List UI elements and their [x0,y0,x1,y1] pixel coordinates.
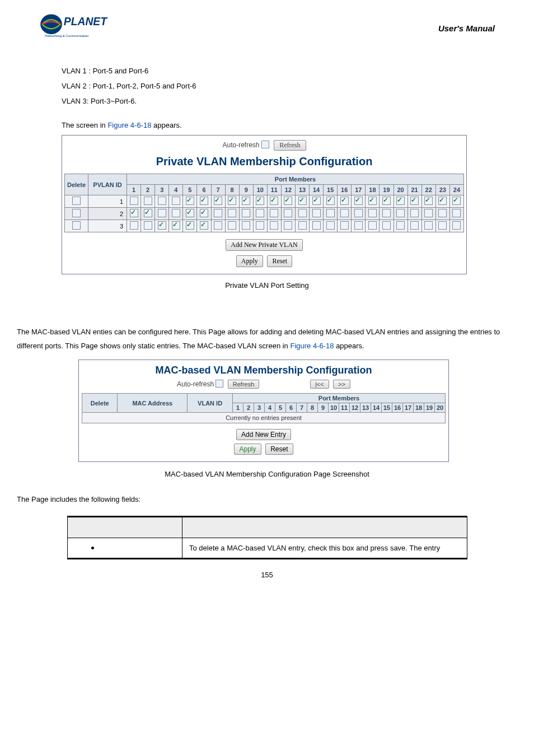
port-checkbox[interactable] [312,209,321,217]
port-checkbox[interactable] [158,209,166,217]
port-checkbox[interactable] [326,221,335,230]
port-checkbox[interactable] [396,221,405,230]
mac-port-header-cell: 1 [233,403,243,413]
port-checkbox[interactable] [368,221,377,230]
add-pvlan-button[interactable]: Add New Private VLAN [226,239,302,251]
port-checkbox[interactable] [424,221,433,230]
pvlan-port-header-cell: 5 [183,185,197,195]
port-checkbox[interactable] [242,221,250,230]
port-checkbox[interactable] [312,197,321,205]
pvlan-port-cell [141,195,155,208]
port-checkbox[interactable] [396,209,405,217]
port-checkbox[interactable] [382,209,391,217]
pvlan-port-cell [310,195,324,208]
port-checkbox[interactable] [256,209,264,217]
port-checkbox[interactable] [144,221,152,230]
mac-port-header-cell: 4 [265,403,275,413]
port-checkbox[interactable] [298,221,307,230]
pvlan-col-portmembers: Port Members [127,174,464,185]
pvlan-port-header-cell: 23 [435,185,449,195]
port-checkbox[interactable] [130,197,138,205]
pvlan-port-header-cell: 18 [366,185,380,195]
port-checkbox[interactable] [424,197,433,205]
reset-button[interactable]: Reset [267,255,292,267]
port-checkbox[interactable] [298,209,307,217]
port-checkbox[interactable] [200,197,208,205]
port-checkbox[interactable] [340,221,349,230]
port-checkbox[interactable] [326,209,335,217]
port-checkbox[interactable] [228,209,236,217]
port-checkbox[interactable] [452,221,461,230]
port-checkbox[interactable] [144,197,152,205]
port-checkbox[interactable] [438,197,447,205]
figure-ref-link[interactable]: Figure 4-6-18 [107,121,151,129]
port-checkbox[interactable] [354,197,363,205]
port-checkbox[interactable] [382,197,391,205]
nav-next-button[interactable]: >> [333,380,350,389]
port-checkbox[interactable] [354,209,363,217]
port-checkbox[interactable] [340,197,349,205]
port-checkbox[interactable] [172,197,180,205]
port-checkbox[interactable] [382,221,391,230]
port-checkbox[interactable] [424,209,433,217]
port-checkbox[interactable] [368,197,377,205]
port-checkbox[interactable] [410,221,419,230]
port-checkbox[interactable] [452,197,461,205]
port-checkbox[interactable] [256,197,264,205]
port-checkbox[interactable] [186,221,194,230]
port-checkbox[interactable] [144,209,152,217]
mac-apply-button[interactable]: Apply [234,444,261,455]
port-checkbox[interactable] [270,209,278,217]
port-checkbox[interactable] [410,197,419,205]
port-checkbox[interactable] [438,221,447,230]
port-checkbox[interactable] [214,197,222,205]
port-checkbox[interactable] [312,221,321,230]
port-checkbox[interactable] [438,209,447,217]
port-checkbox[interactable] [354,221,363,230]
port-checkbox[interactable] [172,209,180,217]
port-checkbox[interactable] [228,197,236,205]
port-checkbox[interactable] [214,209,222,217]
port-checkbox[interactable] [284,209,292,217]
port-checkbox[interactable] [130,221,138,230]
refresh-button[interactable]: Refresh [274,140,306,151]
pvlan-port-cell [253,208,267,220]
port-checkbox[interactable] [298,197,307,205]
mac-auto-refresh-checkbox[interactable] [216,380,223,388]
port-checkbox[interactable] [396,197,405,205]
port-checkbox[interactable] [172,221,180,230]
port-checkbox[interactable] [340,209,349,217]
pvlan-port-header-cell: 14 [310,185,324,195]
port-checkbox[interactable] [270,197,278,205]
delete-checkbox[interactable] [72,197,81,205]
port-checkbox[interactable] [200,221,208,230]
port-checkbox[interactable] [130,209,138,217]
port-checkbox[interactable] [214,221,222,230]
delete-checkbox[interactable] [72,221,81,230]
nav-first-button[interactable]: |<< [310,380,329,389]
apply-button[interactable]: Apply [236,255,263,267]
mac-refresh-button[interactable]: Refresh [228,380,260,389]
port-checkbox[interactable] [284,221,292,230]
port-checkbox[interactable] [242,197,250,205]
delete-checkbox[interactable] [72,209,81,217]
port-checkbox[interactable] [228,221,236,230]
port-checkbox[interactable] [368,209,377,217]
port-checkbox[interactable] [410,209,419,217]
port-checkbox[interactable] [200,209,208,217]
port-checkbox[interactable] [158,197,166,205]
add-mac-entry-button[interactable]: Add New Entry [236,429,291,440]
port-checkbox[interactable] [186,209,194,217]
port-checkbox[interactable] [270,221,278,230]
port-checkbox[interactable] [326,197,335,205]
auto-refresh-checkbox[interactable] [261,141,269,148]
mac-reset-button[interactable]: Reset [265,444,293,455]
port-checkbox[interactable] [452,209,461,217]
port-checkbox[interactable] [158,221,166,230]
figure-ref-link-2[interactable]: Figure 4-6-18 [290,342,334,350]
port-checkbox[interactable] [242,209,250,217]
port-checkbox[interactable] [284,197,292,205]
port-checkbox[interactable] [256,221,264,230]
fields-row-desc: To delete a MAC-based VLAN entry, check … [182,538,467,559]
port-checkbox[interactable] [186,197,194,205]
